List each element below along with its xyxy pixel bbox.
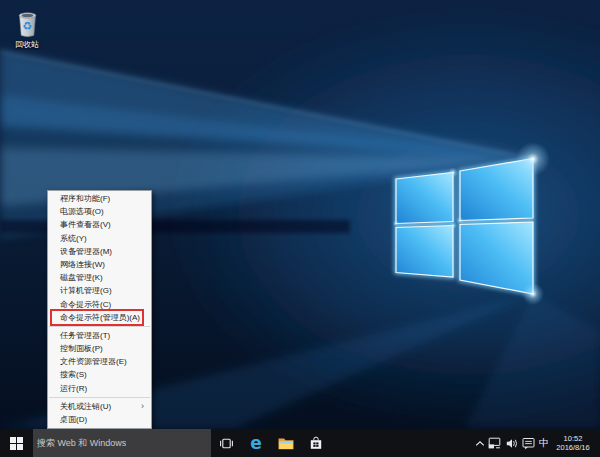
menu-item-task-manager[interactable]: 任务管理器(T): [48, 329, 151, 342]
action-center-icon: [522, 437, 535, 450]
menu-item-disk-management[interactable]: 磁盘管理(K): [48, 271, 151, 284]
menu-item-file-explorer[interactable]: 文件资源管理器(E): [48, 355, 151, 368]
menu-item-command-prompt-admin[interactable]: 命令提示符(管理员)(A): [48, 311, 151, 324]
menu-item-desktop[interactable]: 桌面(D): [48, 413, 151, 426]
system-tray: 中 10:52 2016/8/16: [473, 429, 600, 457]
menu-separator: [49, 326, 150, 327]
context-menu: 程序和功能(F)电源选项(O)事件查看器(V)系统(Y)设备管理器(M)网络连接…: [47, 190, 152, 429]
task-view-button[interactable]: [211, 429, 241, 457]
file-explorer-button[interactable]: [271, 429, 301, 457]
taskbar-search-input[interactable]: 搜索 Web 和 Windows: [33, 429, 211, 457]
windows-desktop: ♻ 回收站 程序和功能(F)电源选项(O)事件查看器(V)系统(Y)设备管理器(…: [0, 0, 600, 457]
clock-time: 10:52: [564, 434, 583, 443]
edge-browser-button[interactable]: e: [241, 429, 271, 457]
menu-item-network-connections[interactable]: 网络连接(W): [48, 258, 151, 271]
menu-item-command-prompt[interactable]: 命令提示符(C): [48, 298, 151, 311]
tray-show-hidden-icons-button[interactable]: [473, 429, 486, 457]
menu-item-search[interactable]: 搜索(S): [48, 368, 151, 381]
tray-volume-button[interactable]: [503, 429, 520, 457]
tray-clock[interactable]: 10:52 2016/8/16: [551, 434, 595, 452]
network-icon: [488, 437, 501, 449]
menu-separator: [49, 397, 150, 398]
svg-text:♻: ♻: [22, 20, 32, 33]
speaker-icon: [506, 438, 518, 449]
menu-item-shutdown-or-signout[interactable]: 关机或注销(U)›: [48, 400, 151, 413]
tray-network-button[interactable]: [486, 429, 503, 457]
menu-item-system[interactable]: 系统(Y): [48, 232, 151, 245]
store-icon: [309, 436, 323, 450]
edge-icon: e: [250, 435, 262, 452]
submenu-arrow-icon: ›: [141, 400, 144, 413]
store-button[interactable]: [301, 429, 331, 457]
windows-logo-icon: [10, 437, 23, 450]
chevron-up-icon: [475, 439, 485, 448]
desktop-icon-recycle-bin[interactable]: ♻ 回收站: [7, 7, 47, 50]
menu-item-power-options[interactable]: 电源选项(O): [48, 205, 151, 218]
taskbar: 搜索 Web 和 Windows e: [0, 429, 600, 457]
menu-item-computer-management[interactable]: 计算机管理(G): [48, 284, 151, 297]
menu-item-event-viewer[interactable]: 事件查看器(V): [48, 218, 151, 231]
tray-ime-indicator[interactable]: 中: [537, 429, 551, 457]
recycle-bin-label: 回收站: [7, 40, 47, 50]
start-button[interactable]: [0, 429, 33, 457]
menu-item-device-manager[interactable]: 设备管理器(M): [48, 245, 151, 258]
file-explorer-icon: [278, 437, 294, 450]
recycle-bin-icon: ♻: [14, 7, 41, 39]
taskbar-app-buttons: e: [211, 429, 331, 457]
menu-item-control-panel[interactable]: 控制面板(P): [48, 342, 151, 355]
task-view-icon: [219, 437, 234, 450]
search-placeholder-text: 搜索 Web 和 Windows: [37, 437, 126, 450]
menu-item-run[interactable]: 运行(R): [48, 382, 151, 395]
tray-action-center-button[interactable]: [520, 429, 537, 457]
clock-date: 2016/8/16: [556, 443, 589, 452]
highlight-annotation-box: [50, 309, 144, 326]
menu-item-programs-and-features[interactable]: 程序和功能(F): [48, 192, 151, 205]
